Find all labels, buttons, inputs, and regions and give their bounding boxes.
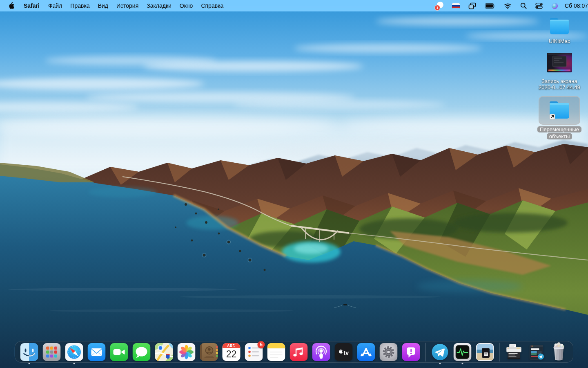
russian-flag-icon [452,3,460,9]
music-icon [290,343,308,361]
reminders-badge: 5 [258,341,265,348]
photos-icon [178,343,196,361]
trash-full-icon [550,341,568,361]
status-control-center[interactable] [535,2,543,9]
status-wifi[interactable] [504,3,512,9]
desktop-icon-moved-items[interactable]: Перемещенные объекты [537,96,581,139]
notes-icon [267,343,285,361]
desktop-icon-column: UIKitMac Запись экрана 2020 [535,16,584,139]
dock-system-preferences[interactable] [380,343,398,361]
status-displays[interactable] [468,2,476,9]
siri-icon [551,2,558,9]
menu-help[interactable]: Справка [197,2,227,9]
apple-logo-icon [8,2,14,9]
messages-icon [133,343,151,361]
telegram-icon [431,343,449,361]
alias-arrow-badge [550,114,555,119]
menu-view[interactable]: Вид [94,2,112,9]
running-indicator [462,363,463,364]
menu-history[interactable]: История [112,2,143,9]
mail-icon [88,343,106,361]
dock-facetime[interactable] [110,343,128,361]
dock-reminders[interactable]: 5 [245,343,263,361]
screen-recording-thumbnail [546,52,572,73]
system-preferences-icon [380,343,398,361]
battery-icon [485,3,495,9]
calendar-icon: АВГ. 22 [223,343,241,361]
menu-edit[interactable]: Правка [66,2,94,9]
dock-trash[interactable] [550,343,568,361]
desktop-icon-label: Запись экрана 2020-0...07.44.49 [539,78,580,90]
menu-bookmarks[interactable]: Закладки [143,2,176,9]
status-spotlight[interactable] [520,2,527,9]
running-indicator [74,363,75,364]
status-battery[interactable] [485,3,495,9]
selection-highlight [539,96,580,125]
svg-text:tv: tv [344,349,349,356]
printer-window-thumbnail [505,343,523,361]
dock-launchpad[interactable] [43,343,61,361]
control-center-icon [535,2,543,9]
contacts-icon [200,343,218,361]
menu-app-name[interactable]: Safari [19,2,44,9]
dock-notes[interactable] [267,343,285,361]
dock-minimized-telegram-window[interactable] [528,343,546,361]
safari-icon [65,343,83,361]
dock-calendar[interactable]: АВГ. 22 [223,343,241,361]
menu-file[interactable]: Файл [44,2,66,9]
dock-contacts[interactable] [200,343,218,361]
feedback-assistant-icon [402,343,420,361]
dock-mail[interactable] [88,343,106,361]
desktop-icon-uikitmac[interactable]: UIKitMac [548,16,571,44]
alias-folder-icon [548,99,571,121]
running-indicator [29,363,30,364]
running-indicator [439,363,441,364]
dock: АВГ. 22 5 [15,341,574,363]
dock-finder[interactable] [20,343,38,361]
dock-app-store[interactable] [357,343,375,361]
dock-tv[interactable]: tv [335,343,353,361]
launchpad-icon [43,343,61,361]
finder-icon [20,343,38,361]
dock-separator [425,343,426,361]
status-input-source[interactable] [452,3,460,9]
desktop-icon-screen-recording[interactable]: Запись экрана 2020-0...07.44.49 [539,52,580,90]
podcasts-icon [312,343,330,361]
search-icon [520,2,527,9]
dock-music[interactable] [290,343,308,361]
menu-bar: Safari Файл Правка Вид История Закладки … [0,0,588,11]
dock-separator [499,343,500,361]
dock-messages[interactable] [133,343,151,361]
calendar-day: 22 [223,348,241,360]
folder-icon [548,16,571,36]
facetime-icon [110,343,128,361]
desktop-icon-label: UIKitMac [549,38,570,44]
telegram-window-thumbnail [528,343,546,361]
dock-safari[interactable] [65,343,83,361]
dock-activity-monitor[interactable] [454,343,472,361]
activity-monitor-icon [454,343,472,361]
app-store-icon [357,343,375,361]
notification-badge: 1 [434,5,440,11]
dock-maps[interactable] [155,343,173,361]
tv-icon: tv [335,343,353,361]
calendar-month: АВГ. [223,343,241,348]
wifi-icon [504,3,512,9]
displays-icon [468,2,476,9]
dock-photos[interactable] [178,343,196,361]
dock-minimized-printer-window[interactable] [505,343,523,361]
status-siri[interactable] [551,2,558,9]
menu-window[interactable]: Окно [176,2,197,9]
maps-icon [155,343,173,361]
menu-bar-clock[interactable]: Сб 08:07 [565,2,588,9]
dock-telegram[interactable] [431,343,449,361]
apple-menu[interactable] [8,2,14,9]
photo-jar-icon [476,343,494,361]
desktop-icon-label-selected: Перемещенные объекты [537,126,581,139]
dock-podcasts[interactable] [312,343,330,361]
desktop-wallpaper [0,0,588,368]
dock-photo-jar-app[interactable] [476,343,494,361]
dock-feedback-assistant[interactable] [402,343,420,361]
status-app-notification[interactable]: 1 [435,2,443,10]
